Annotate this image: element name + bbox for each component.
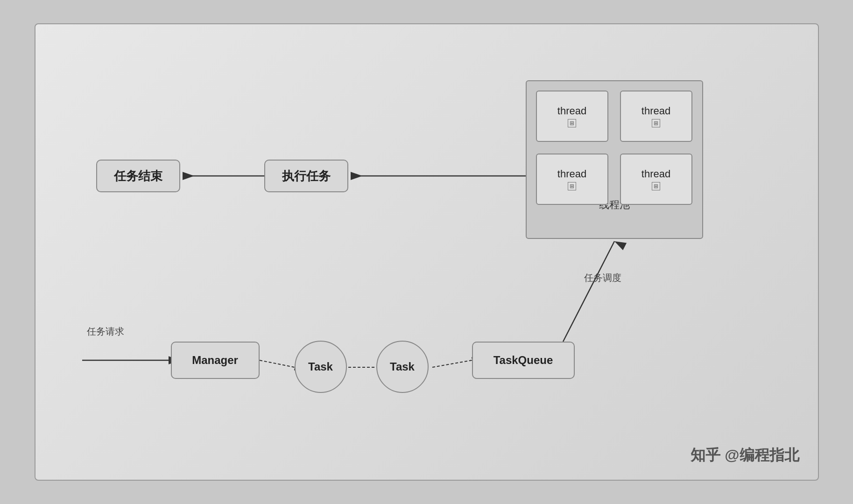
task-end-box: 任务结束 [96, 160, 180, 192]
thread-plus-3: ⊞ [568, 182, 576, 190]
task1-circle: Task [295, 341, 347, 393]
execute-task-box: 执行任务 [264, 160, 348, 192]
task2-label: Task [390, 360, 415, 373]
svg-line-7 [260, 360, 295, 367]
thread-pool-container: 线程池 thread ⊞ thread ⊞ thread ⊞ thread ⊞ [526, 80, 703, 239]
thread-plus-1: ⊞ [568, 119, 576, 127]
diagram-container: 任务结束 执行任务 线程池 thread ⊞ thread ⊞ thread ⊞… [35, 23, 819, 481]
thread-box-2: thread ⊞ [620, 91, 692, 142]
svg-line-9 [432, 360, 472, 367]
task2-circle: Task [376, 341, 429, 393]
task1-label: Task [308, 360, 333, 373]
task-schedule-label: 任务调度 [584, 272, 621, 284]
execute-task-label: 执行任务 [282, 168, 331, 184]
thread-label-3: thread [557, 168, 586, 180]
thread-plus-2: ⊞ [652, 119, 660, 127]
thread-label-2: thread [642, 105, 670, 117]
thread-label-4: thread [642, 168, 670, 180]
task-request-label: 任务请求 [87, 325, 124, 338]
taskqueue-box: TaskQueue [472, 342, 575, 379]
taskqueue-label: TaskQueue [493, 354, 553, 367]
thread-box-3: thread ⊞ [536, 154, 608, 205]
svg-line-10 [563, 241, 614, 342]
thread-plus-4: ⊞ [652, 182, 660, 190]
thread-label-1: thread [557, 105, 586, 117]
task-end-label: 任务结束 [114, 168, 162, 184]
thread-box-4: thread ⊞ [620, 154, 692, 205]
thread-box-1: thread ⊞ [536, 91, 608, 142]
manager-box: Manager [171, 342, 260, 379]
manager-label: Manager [192, 354, 238, 367]
watermark: 知乎 @编程指北 [691, 445, 799, 466]
